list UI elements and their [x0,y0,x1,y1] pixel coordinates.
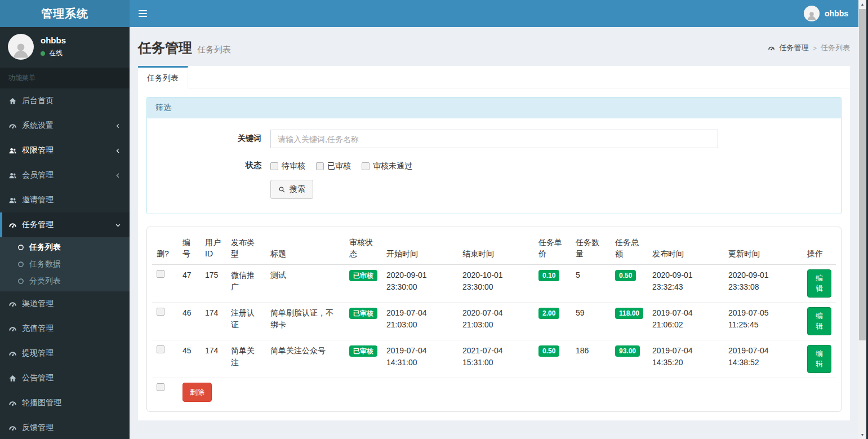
cell-type: 微信推广 [226,264,266,302]
edit-button[interactable]: 编辑 [807,345,831,373]
tab-content: 筛选 关键词 状态 待审核 [138,88,850,420]
sidebar-item-permissions[interactable]: 权限管理 [0,138,130,163]
col-header-update: 更新时间 [724,232,803,264]
sidebar-item-label: 任务管理 [22,220,54,230]
cell-title: 简单刷脸认证，不绑卡 [266,302,345,340]
sidebar-item-recharge[interactable]: 充值管理 [0,316,130,341]
approved-checkbox[interactable] [316,162,324,170]
chevron-left-icon [115,172,121,179]
sidebar-item-invitations[interactable]: 邀请管理 [0,188,130,212]
edit-button[interactable]: 编辑 [807,269,831,298]
sidebar-user-status: 在线 [41,48,66,58]
sidebar-user-avatar [8,34,34,60]
scrollbar-thumb[interactable] [859,9,866,340]
submenu-item-task-list[interactable]: 任务列表 [0,239,130,256]
price-badge: 0.50 [538,345,559,357]
keyword-label: 关键词 [155,130,261,144]
chevron-down-icon [115,222,121,228]
tab-bar: 任务列表 [138,66,850,88]
total-badge: 118.00 [615,308,643,319]
pending-checkbox[interactable] [270,162,278,170]
circle-icon [17,244,24,251]
row-select-checkbox[interactable] [157,270,164,278]
tachometer-icon [8,399,17,407]
submenu-item-label: 分类列表 [29,276,61,286]
cell-update-time: 2019-07-05 11:25:45 [724,302,803,340]
sidebar-item-label: 充值管理 [22,323,54,334]
cell-quantity: 5 [571,264,611,302]
delete-button[interactable]: 删除 [182,383,212,402]
app-logo[interactable]: 管理系统 [0,0,130,27]
cell-id: 45 [178,340,201,378]
sidebar-item-announcements[interactable]: 公告管理 [0,366,130,391]
users-icon [8,171,17,180]
cell-update-time: 2019-07-04 14:38:52 [724,340,803,378]
submenu-item-category-list[interactable]: 分类列表 [0,273,130,290]
edit-button[interactable]: 编辑 [807,307,831,335]
sidebar: ohbbs 在线 功能菜单 后台首页 系统设置 权限管理 会员管理 邀请管理 任… [0,27,130,439]
dashboard-icon [768,45,775,52]
cell-user-id: 174 [201,302,226,340]
cell-start-time: 2020-09-01 23:30:00 [382,264,458,302]
col-header-id: 编号 [178,232,201,264]
submenu-item-task-data[interactable]: 任务数据 [0,256,130,273]
row-select-checkbox[interactable] [157,308,164,316]
task-table: 删? 编号 用户ID 发布类型 标题 审核状态 开始时间 结束时间 任务单价 任… [152,232,836,406]
col-header-action: 操作 [803,232,836,264]
tachometer-icon [8,325,17,333]
sidebar-item-members[interactable]: 会员管理 [0,163,130,188]
sidebar-toggle-button[interactable] [130,0,155,27]
person-icon [806,10,817,21]
sidebar-item-withdrawal[interactable]: 提现管理 [0,341,130,366]
cell-publish-time: 2019-07-04 14:35:20 [648,340,724,378]
status-badge: 已审核 [349,345,377,357]
top-navbar: 管理系统 ohbbs [0,0,858,27]
table-header-row: 删? 编号 用户ID 发布类型 标题 审核状态 开始时间 结束时间 任务单价 任… [152,232,836,264]
submenu-item-label: 任务列表 [29,242,61,252]
col-header-type: 发布类型 [226,232,266,264]
user-avatar [804,6,820,21]
sidebar-item-home[interactable]: 后台首页 [0,88,130,113]
tachometer-icon [8,349,17,358]
sidebar-item-label: 公告管理 [22,373,54,383]
status-option-rejected[interactable]: 审核未通过 [362,161,412,171]
price-badge: 0.10 [538,270,559,281]
vertical-scrollbar[interactable]: ▲ ▼ [858,0,866,439]
select-all-checkbox[interactable] [157,383,164,391]
status-badge: 已审核 [349,308,377,319]
sidebar-item-label: 渠道管理 [22,299,54,309]
chevron-left-icon [115,123,121,129]
breadcrumb-root-link[interactable]: 任务管理 [779,43,808,53]
keyword-input[interactable] [270,130,718,148]
tab-task-list[interactable]: 任务列表 [138,66,188,88]
search-button[interactable]: 搜索 [270,180,313,199]
sidebar-item-tasks[interactable]: 任务管理 [0,212,130,237]
sidebar-item-carousel[interactable]: 轮播图管理 [0,391,130,415]
price-badge: 2.00 [538,308,559,319]
cell-quantity: 186 [571,340,611,378]
scroll-down-button[interactable]: ▼ [858,431,866,439]
sidebar-user-panel: ohbbs 在线 [0,27,130,68]
cell-title: 测试 [266,264,345,302]
sidebar-item-feedback[interactable]: 反馈管理 [0,415,130,439]
col-header-title: 标题 [266,232,345,264]
user-menu[interactable]: ohbbs [794,0,858,27]
rejected-checkbox[interactable] [362,162,370,170]
task-table-container: 删? 编号 用户ID 发布类型 标题 审核状态 开始时间 结束时间 任务单价 任… [146,227,842,412]
cell-quantity: 59 [571,302,611,340]
sidebar-section-label: 功能菜单 [0,68,130,88]
home-icon [8,374,17,383]
sidebar-user-name: ohbbs [41,36,66,45]
sidebar-item-label: 邀请管理 [22,195,54,205]
sidebar-item-label: 系统设置 [22,121,54,131]
status-option-pending[interactable]: 待审核 [270,161,305,171]
sidebar-item-channels[interactable]: 渠道管理 [0,291,130,316]
status-option-approved[interactable]: 已审核 [316,161,351,171]
hamburger-icon [139,10,147,11]
sidebar-item-system-settings[interactable]: 系统设置 [0,113,130,138]
tachometer-icon [8,122,17,130]
scroll-up-button[interactable]: ▲ [858,0,866,8]
col-header-user-id: 用户ID [201,232,226,264]
row-select-checkbox[interactable] [157,345,164,353]
cell-type: 注册认证 [226,302,266,340]
